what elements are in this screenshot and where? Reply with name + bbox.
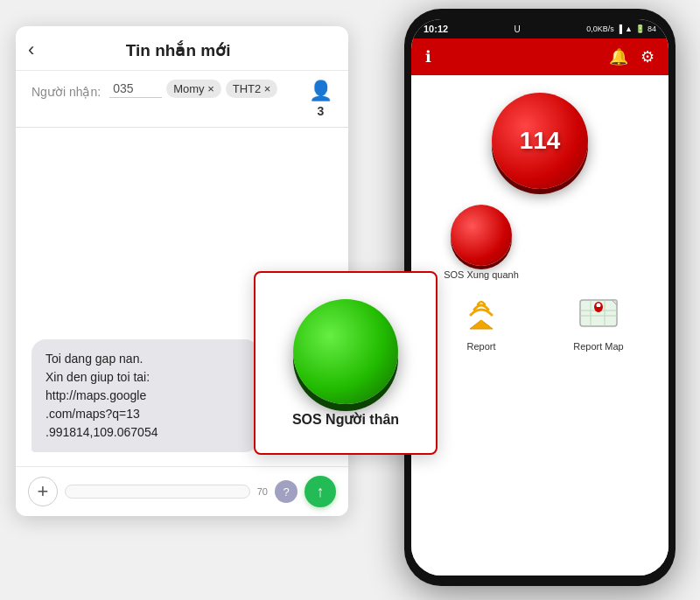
question-icon: ? (283, 485, 289, 499)
tag-momy-text: Momy × (173, 82, 214, 95)
char-count: 70 (257, 486, 268, 497)
sms-title: Tin nhắn mới (50, 40, 332, 60)
report-label: Report (466, 341, 495, 352)
send-arrow-icon: ↑ (317, 483, 325, 501)
sos-xung-quanh-item[interactable]: SOS Xung quanh (427, 201, 536, 280)
gear-button[interactable]: ⚙ (640, 47, 654, 66)
status-carrier: U (514, 24, 521, 34)
report-map-icon-wrap (574, 289, 623, 338)
avatar-column: 👤 3 (309, 80, 332, 118)
sos-xung-quanh-button[interactable] (451, 205, 512, 266)
battery-level: 84 (648, 24, 656, 33)
sos-nguoi-than-overlay: SOS Người thân (254, 271, 438, 455)
avatar-count: 3 (318, 104, 325, 118)
report-icon-wrap (457, 289, 506, 338)
app-header: ℹ 🔔 ⚙ (411, 38, 668, 75)
svg-point-8 (597, 303, 601, 308)
recipient-row: Người nhận: Momy × THT2 × 👤 3 (16, 71, 348, 122)
app-content: 114 SOS Xung quanh (411, 75, 668, 576)
bell-button[interactable]: 🔔 (609, 47, 628, 66)
status-right: 0,0KB/s ▐ ▲ 🔋 84 (586, 24, 656, 33)
report-map-label: Report Map (573, 341, 623, 352)
bottom-grid: SOS Xung quanh (420, 201, 660, 352)
svg-point-1 (480, 320, 483, 324)
emergency-114-button[interactable]: 114 (492, 93, 588, 189)
recipient-label: Người nhận: (32, 80, 101, 99)
wifi-icon: ▲ (625, 24, 633, 33)
sos-xung-quanh-label: SOS Xung quanh (444, 269, 519, 280)
sms-input-row: + 70 ? ↑ (16, 466, 348, 516)
status-time: 10:12 (424, 24, 448, 34)
message-bubble: Toi dang gap nan. Xin den giup toi tai: … (32, 339, 259, 452)
send-button[interactable]: ↑ (304, 476, 336, 507)
back-button[interactable]: ‹ (28, 38, 34, 61)
tag-momy[interactable]: Momy × (166, 80, 221, 98)
battery-icon: 🔋 (635, 24, 645, 33)
recipient-search-input[interactable] (109, 80, 162, 98)
tag-tht2[interactable]: THT2 × (226, 80, 278, 98)
phone-device: 10:12 U 0,0KB/s ▐ ▲ 🔋 84 ℹ 🔔 ⚙ 114 (404, 9, 676, 586)
btn-114-label: 114 (520, 127, 561, 155)
report-item[interactable]: Report (427, 289, 536, 352)
sos-nguoi-than-button[interactable] (293, 299, 398, 404)
message-text-input[interactable] (65, 485, 250, 499)
phone-screen: 10:12 U 0,0KB/s ▐ ▲ 🔋 84 ℹ 🔔 ⚙ 114 (411, 19, 668, 576)
sos-nguoi-than-label: SOS Người thân (292, 411, 399, 428)
tag-tht2-text: THT2 × (233, 82, 271, 95)
add-attachment-button[interactable]: + (28, 477, 58, 506)
status-speed: 0,0KB/s (586, 24, 614, 33)
avatar-icon: 👤 (309, 80, 332, 102)
divider (16, 127, 348, 128)
help-button[interactable]: ? (275, 480, 298, 503)
info-button[interactable]: ℹ (425, 47, 431, 66)
report-map-icon (577, 295, 620, 331)
report-signal-icon (461, 296, 501, 331)
report-map-item[interactable]: Report Map (544, 289, 653, 352)
sms-header: ‹ Tin nhắn mới (16, 26, 348, 71)
plus-icon: + (38, 480, 49, 503)
header-icons-right: 🔔 ⚙ (609, 47, 654, 66)
status-bar: 10:12 U 0,0KB/s ▐ ▲ 🔋 84 (411, 19, 668, 38)
signal-icon: ▐ (617, 24, 622, 33)
recipient-tags: Momy × THT2 × (109, 80, 300, 98)
